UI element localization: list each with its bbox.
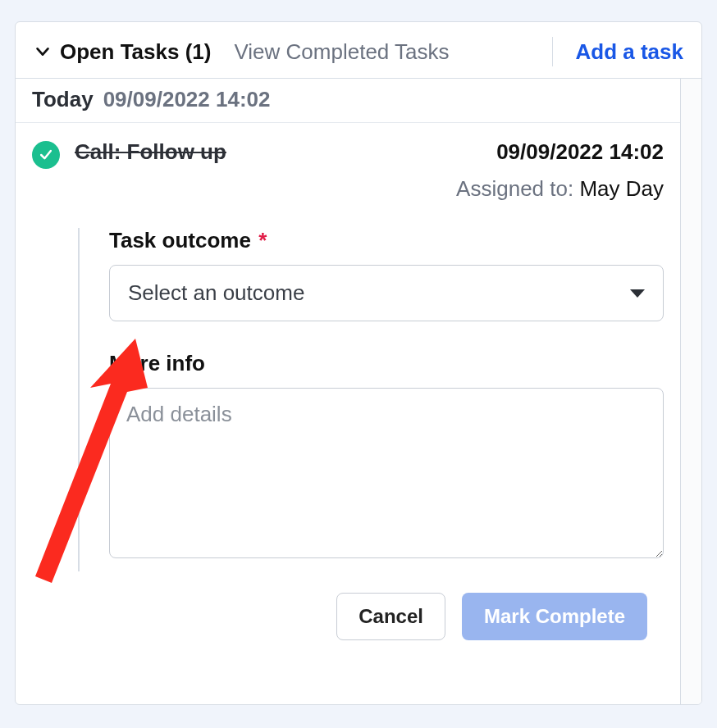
today-timestamp: 09/09/2022 14:02 xyxy=(103,87,271,112)
content-area: Today 09/09/2022 14:02 Call: Follow up 0… xyxy=(16,78,701,704)
header-divider xyxy=(552,37,553,66)
action-row: Cancel Mark Complete xyxy=(32,571,664,640)
task-form: Task outcome * Select an outcome More in… xyxy=(78,228,664,571)
check-complete-icon[interactable] xyxy=(32,141,60,169)
task-meta: 09/09/2022 14:02 Assigned to: May Day xyxy=(456,139,664,202)
task-item: Call: Follow up 09/09/2022 14:02 Assigne… xyxy=(16,123,680,640)
scroll-area: Today 09/09/2022 14:02 Call: Follow up 0… xyxy=(16,79,680,704)
caret-down-icon xyxy=(630,289,645,298)
open-tasks-label: Open Tasks (1) xyxy=(60,39,211,65)
date-header: Today 09/09/2022 14:02 xyxy=(16,79,680,123)
view-completed-link[interactable]: View Completed Tasks xyxy=(234,39,449,65)
today-label: Today xyxy=(32,87,94,112)
required-mark: * xyxy=(258,228,267,253)
assigned-label: Assigned to: xyxy=(456,176,573,201)
chevron-down-icon xyxy=(34,43,52,61)
outcome-label-text: Task outcome xyxy=(109,228,251,253)
outcome-select-value: Select an outcome xyxy=(128,280,304,306)
task-assigned: Assigned to: May Day xyxy=(456,176,664,202)
tasks-card: Open Tasks (1) View Completed Tasks Add … xyxy=(15,21,702,705)
assigned-value: May Day xyxy=(579,176,664,201)
more-info-label: More info xyxy=(109,351,664,376)
open-tasks-toggle[interactable]: Open Tasks (1) xyxy=(34,39,211,65)
task-header-row: Call: Follow up 09/09/2022 14:02 Assigne… xyxy=(32,139,664,202)
task-title: Call: Follow up xyxy=(75,139,226,165)
task-timestamp: 09/09/2022 14:02 xyxy=(456,139,664,165)
add-task-link[interactable]: Add a task xyxy=(576,39,684,65)
mark-complete-button[interactable]: Mark Complete xyxy=(462,593,647,640)
scrollbar[interactable] xyxy=(680,79,701,704)
cancel-button[interactable]: Cancel xyxy=(336,593,445,640)
outcome-field-label: Task outcome * xyxy=(109,228,664,253)
outcome-select[interactable]: Select an outcome xyxy=(109,265,664,321)
card-header: Open Tasks (1) View Completed Tasks Add … xyxy=(16,22,701,78)
details-textarea[interactable] xyxy=(109,388,664,558)
